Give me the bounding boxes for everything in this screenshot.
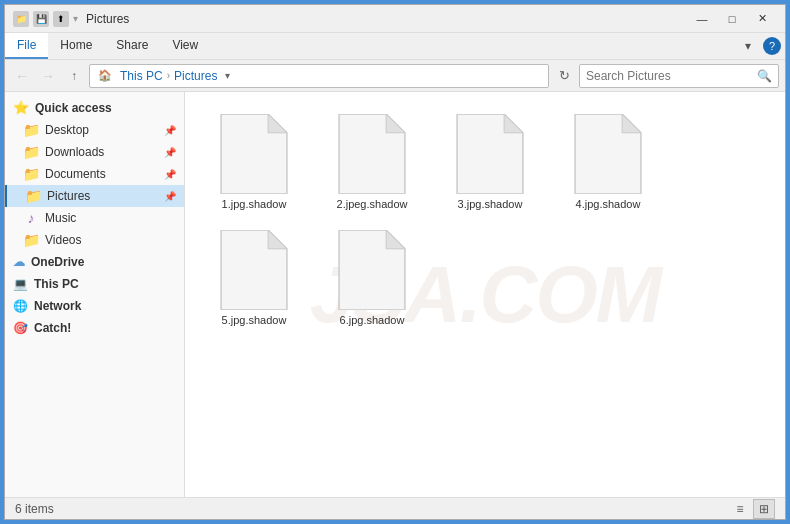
file-name: 3.jpg.shadow: [458, 198, 523, 210]
status-bar: 6 items ≡ ⊞: [5, 497, 785, 519]
sidebar-section-quick-access[interactable]: ⭐ Quick access: [5, 96, 184, 119]
ribbon-collapse-button[interactable]: ▾: [737, 35, 759, 57]
sidebar-item-downloads[interactable]: 📁 Downloads 📌: [5, 141, 184, 163]
downloads-folder-icon: 📁: [23, 144, 39, 160]
breadcrumb-dropdown[interactable]: ▾: [225, 70, 230, 81]
up-button[interactable]: ↑: [63, 65, 85, 87]
search-icon: 🔍: [757, 69, 772, 83]
dropdown-arrow[interactable]: ▾: [73, 13, 78, 24]
window-controls: — □ ✕: [687, 9, 777, 29]
search-input[interactable]: [586, 69, 757, 83]
network-label: Network: [34, 299, 81, 313]
file-icon: [455, 114, 525, 194]
file-name: 6.jpg.shadow: [340, 314, 405, 326]
files-grid: 1.jpg.shadow 2.jpeg.shadow 3.jpg.shadow …: [195, 102, 775, 334]
back-button[interactable]: ←: [11, 65, 33, 87]
desktop-pin-icon: 📌: [164, 125, 176, 136]
title-bar: 📁 💾 ⬆ ▾ Pictures — □ ✕: [5, 5, 785, 33]
sidebar-section-catch[interactable]: 🎯 Catch!: [5, 317, 184, 339]
sidebar-section-onedrive[interactable]: ☁ OneDrive: [5, 251, 184, 273]
file-icon: [573, 114, 643, 194]
quick-access-icon-1[interactable]: 📁: [13, 11, 29, 27]
breadcrumb-this-pc[interactable]: This PC: [120, 69, 163, 83]
desktop-folder-icon: 📁: [23, 122, 39, 138]
pictures-pin-icon: 📌: [164, 191, 176, 202]
sidebar-section-this-pc[interactable]: 💻 This PC: [5, 273, 184, 295]
home-icon: 🏠: [98, 69, 112, 82]
svg-marker-11: [386, 230, 405, 249]
sidebar-item-downloads-label: Downloads: [45, 145, 104, 159]
sidebar-item-music-label: Music: [45, 211, 76, 225]
svg-marker-3: [386, 114, 405, 133]
title-bar-quick-access: 📁 💾 ⬆ ▾: [13, 11, 78, 27]
sidebar-item-documents[interactable]: 📁 Documents 📌: [5, 163, 184, 185]
breadcrumb: 🏠 This PC › Pictures ▾: [98, 69, 230, 83]
file-item[interactable]: 6.jpg.shadow: [317, 222, 427, 330]
forward-button[interactable]: →: [37, 65, 59, 87]
sidebar-item-documents-label: Documents: [45, 167, 106, 181]
item-count: 6 items: [15, 502, 54, 516]
minimize-button[interactable]: —: [687, 9, 717, 29]
svg-marker-5: [504, 114, 523, 133]
sidebar-item-desktop-label: Desktop: [45, 123, 89, 137]
onedrive-label: OneDrive: [31, 255, 84, 269]
documents-pin-icon: 📌: [164, 169, 176, 180]
tab-file[interactable]: File: [5, 33, 48, 59]
file-name: 1.jpg.shadow: [222, 198, 287, 210]
grid-view-button[interactable]: ⊞: [753, 499, 775, 519]
sidebar-item-pictures-label: Pictures: [47, 189, 90, 203]
file-item[interactable]: 4.jpg.shadow: [553, 106, 663, 214]
tab-home[interactable]: Home: [48, 33, 104, 59]
tab-share[interactable]: Share: [104, 33, 160, 59]
window-title: Pictures: [86, 12, 687, 26]
file-name: 2.jpeg.shadow: [337, 198, 408, 210]
ribbon: File Home Share View ▾ ?: [5, 33, 785, 60]
file-item[interactable]: 2.jpeg.shadow: [317, 106, 427, 214]
tab-view[interactable]: View: [160, 33, 210, 59]
address-field[interactable]: 🏠 This PC › Pictures ▾: [89, 64, 549, 88]
file-icon: [337, 114, 407, 194]
sidebar-item-pictures[interactable]: 📁 Pictures 📌: [5, 185, 184, 207]
file-icon: [219, 230, 289, 310]
sidebar: ⭐ Quick access 📁 Desktop 📌 📁 Downloads 📌…: [5, 92, 185, 497]
catch-label: Catch!: [34, 321, 71, 335]
quick-access-label: Quick access: [35, 101, 112, 115]
list-view-button[interactable]: ≡: [729, 499, 751, 519]
file-name: 5.jpg.shadow: [222, 314, 287, 326]
downloads-pin-icon: 📌: [164, 147, 176, 158]
music-folder-icon: ♪: [23, 210, 39, 226]
svg-marker-7: [622, 114, 641, 133]
view-controls: ≡ ⊞: [729, 499, 775, 519]
breadcrumb-pictures[interactable]: Pictures: [174, 69, 217, 83]
quick-access-icon-3[interactable]: ⬆: [53, 11, 69, 27]
cloud-icon: ☁: [13, 255, 25, 269]
sidebar-item-music[interactable]: ♪ Music: [5, 207, 184, 229]
sidebar-item-desktop[interactable]: 📁 Desktop 📌: [5, 119, 184, 141]
network-icon: 🌐: [13, 299, 28, 313]
file-name: 4.jpg.shadow: [576, 198, 641, 210]
close-button[interactable]: ✕: [747, 9, 777, 29]
address-bar: ← → ↑ 🏠 This PC › Pictures ▾ ↻ 🔍: [5, 60, 785, 92]
refresh-button[interactable]: ↻: [553, 65, 575, 87]
search-box[interactable]: 🔍: [579, 64, 779, 88]
sidebar-item-videos-label: Videos: [45, 233, 81, 247]
ribbon-right-controls: ▾ ?: [737, 33, 785, 59]
pc-icon: 💻: [13, 277, 28, 291]
sidebar-section-network[interactable]: 🌐 Network: [5, 295, 184, 317]
documents-folder-icon: 📁: [23, 166, 39, 182]
maximize-button[interactable]: □: [717, 9, 747, 29]
main-content: ⭐ Quick access 📁 Desktop 📌 📁 Downloads 📌…: [5, 92, 785, 497]
svg-marker-9: [268, 230, 287, 249]
explorer-window: 📁 💾 ⬆ ▾ Pictures — □ ✕ File Home Share V…: [4, 4, 786, 520]
file-item[interactable]: 3.jpg.shadow: [435, 106, 545, 214]
svg-marker-1: [268, 114, 287, 133]
file-icon: [337, 230, 407, 310]
file-item[interactable]: 1.jpg.shadow: [199, 106, 309, 214]
file-item[interactable]: 5.jpg.shadow: [199, 222, 309, 330]
sidebar-item-videos[interactable]: 📁 Videos: [5, 229, 184, 251]
quick-access-icon-2[interactable]: 💾: [33, 11, 49, 27]
this-pc-label: This PC: [34, 277, 79, 291]
breadcrumb-arrow-1: ›: [167, 70, 170, 81]
ribbon-tab-bar: File Home Share View ▾ ?: [5, 33, 785, 59]
ribbon-help-button[interactable]: ?: [763, 37, 781, 55]
